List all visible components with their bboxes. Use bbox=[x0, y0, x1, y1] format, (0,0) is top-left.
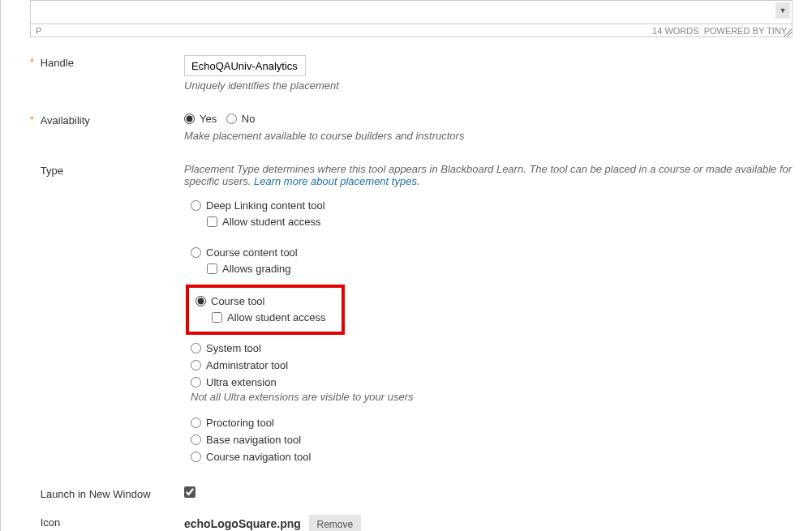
editor-meta: 14 WORDS POWERED BY TINY bbox=[652, 26, 787, 36]
option-proctoring[interactable]: Proctoring tool bbox=[191, 414, 793, 431]
system-tool-radio[interactable] bbox=[191, 343, 201, 353]
sub-course-content-grading[interactable]: Allows grading bbox=[207, 261, 793, 280]
option-course-tool[interactable]: Course tool bbox=[195, 293, 340, 310]
option-system-tool[interactable]: System tool bbox=[191, 340, 793, 357]
availability-help: Make placement available to course build… bbox=[184, 130, 793, 142]
handle-row: * Handle Uniquely identifies the placeme… bbox=[30, 52, 812, 95]
sub-course-tool-access[interactable]: Allow student access bbox=[212, 310, 340, 328]
learn-more-link[interactable]: Learn more about placement types. bbox=[254, 175, 420, 187]
handle-label: Handle bbox=[41, 57, 74, 69]
availability-no-option[interactable]: No bbox=[226, 113, 256, 125]
option-base-nav[interactable]: Base navigation tool bbox=[191, 431, 793, 448]
course-nav-radio[interactable] bbox=[191, 452, 201, 462]
sub-deep-linking-access[interactable]: Allow student access bbox=[207, 214, 793, 233]
icon-row: * Icon echoLogoSquare.png Remove Upload … bbox=[30, 512, 812, 531]
new-window-label: Launch in New Window bbox=[41, 488, 151, 500]
handle-input[interactable] bbox=[184, 55, 306, 76]
ultra-ext-note: Not all Ultra extensions are visible to … bbox=[191, 391, 793, 403]
remove-icon-button[interactable]: Remove bbox=[309, 515, 362, 531]
option-course-content[interactable]: Course content tool bbox=[191, 244, 793, 261]
availability-row: * Availability Yes No Make placement ava… bbox=[30, 109, 812, 145]
editor-status-bar: P 14 WORDS POWERED BY TINY bbox=[30, 24, 793, 37]
course-tool-student-checkbox[interactable] bbox=[212, 312, 222, 323]
course-tool-radio[interactable] bbox=[195, 296, 206, 306]
option-admin-tool[interactable]: Administrator tool bbox=[191, 357, 793, 374]
option-course-nav[interactable]: Course navigation tool bbox=[191, 448, 793, 465]
proctoring-radio[interactable] bbox=[191, 418, 201, 428]
icon-filename: echoLogoSquare.png bbox=[184, 517, 301, 530]
rich-text-editor[interactable]: ▼ bbox=[30, 0, 793, 24]
availability-yes-radio[interactable] bbox=[184, 113, 195, 124]
required-star-icon: * bbox=[30, 114, 34, 126]
ultra-ext-radio[interactable] bbox=[191, 377, 201, 388]
course-content-radio[interactable] bbox=[191, 247, 201, 258]
availability-yes-option[interactable]: Yes bbox=[184, 113, 217, 125]
icon-label: Icon bbox=[41, 516, 61, 529]
handle-help: Uniquely identifies the placement bbox=[184, 79, 793, 92]
editor-path: P bbox=[36, 26, 41, 36]
option-ultra-ext[interactable]: Ultra extension bbox=[191, 374, 793, 391]
base-nav-radio[interactable] bbox=[191, 435, 201, 445]
course-tool-highlight: Course tool Allow student access bbox=[186, 285, 345, 335]
editor-expand-icon[interactable]: ▼ bbox=[775, 2, 790, 19]
new-window-row: * Launch in New Window bbox=[30, 483, 812, 503]
deep-linking-radio[interactable] bbox=[191, 200, 201, 211]
course-content-grading-checkbox[interactable] bbox=[207, 263, 217, 274]
deep-linking-student-checkbox[interactable] bbox=[207, 216, 217, 227]
availability-no-radio[interactable] bbox=[226, 113, 237, 124]
type-row: * Type Placement Type determines where t… bbox=[30, 160, 812, 469]
new-window-checkbox[interactable] bbox=[184, 486, 195, 498]
admin-tool-radio[interactable] bbox=[191, 360, 201, 370]
option-deep-linking[interactable]: Deep Linking content tool bbox=[191, 197, 793, 214]
resize-handle-icon[interactable] bbox=[784, 28, 792, 36]
availability-label: Availability bbox=[41, 114, 90, 126]
required-star-icon: * bbox=[30, 57, 34, 68]
type-label: Type bbox=[41, 165, 63, 177]
